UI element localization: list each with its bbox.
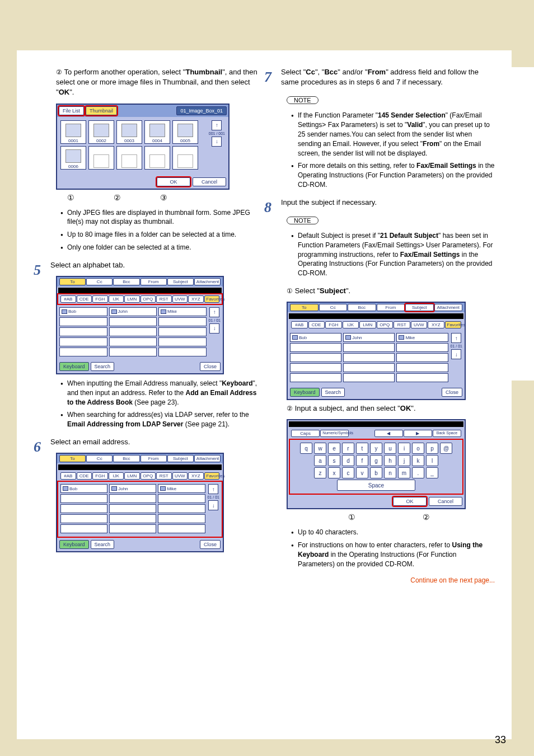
attachment-tab[interactable]: Attachment [194, 278, 221, 285]
bullets-thumbnail: Only JPEG files are displayed in thumbna… [60, 208, 264, 252]
screenshot-subject-tab: To Cc Bcc From Subject Attachment #AB CD… [287, 302, 466, 400]
screenshot-keyboard: Caps Numeric/Symbols ◀ ▶ Back Space qwer… [287, 419, 466, 509]
thumb-0002[interactable]: 0002 [88, 120, 114, 144]
step-8: 8 Input the subject if necessary. [281, 198, 495, 208]
header-bar [0, 0, 534, 50]
to-tab[interactable]: To [59, 278, 86, 285]
from-tab[interactable]: From [140, 278, 167, 285]
left-arrow-icon[interactable]: ◀ [374, 430, 403, 437]
backspace-button[interactable]: Back Space [433, 430, 461, 437]
substep-subject-1: ① Select "Subject". [287, 286, 495, 296]
thumb-0005[interactable]: 0005 [172, 120, 198, 144]
keyboard-button[interactable]: Keyboard [59, 362, 89, 371]
note-badge: NOTE [287, 217, 318, 224]
cc-tab[interactable]: Cc [86, 278, 113, 285]
step-6: 6 Select an email address. [50, 437, 264, 447]
subject-tab[interactable]: Subject [405, 304, 434, 311]
substep-2: ② To perform another operation, select "… [56, 67, 264, 98]
right-column: 7 Select "Cc", "Bcc" and/or "From" addre… [281, 67, 495, 728]
scroll-up-icon[interactable]: ↑ [212, 120, 222, 130]
search-button[interactable]: Search [91, 362, 115, 371]
left-column: ② To perform another operation, select "… [50, 67, 264, 728]
thumb-0001[interactable]: 0001 [60, 120, 86, 144]
page-number: 33 [495, 734, 506, 746]
file-list-button[interactable]: File List [59, 106, 84, 115]
bcc-tab[interactable]: Bcc [113, 278, 139, 285]
numeric-symbols-button[interactable]: Numeric/Symbols [320, 430, 349, 437]
substep-subject-2: ② Input a subject, and then select "OK". [287, 403, 495, 414]
step-7: 7 Select "Cc", "Bcc" and/or "From" addre… [281, 67, 495, 87]
side-tab: Chapter 2 Scan/Email Operations [512, 67, 534, 381]
caps-button[interactable]: Caps [291, 430, 320, 437]
mail-icon [161, 309, 166, 314]
note-7-bullets: If the Function Parameter "145 Sender Se… [291, 111, 495, 189]
scroll-down-icon[interactable]: ↓ [209, 323, 219, 334]
cancel-button[interactable]: Cancel [429, 497, 462, 506]
screenshot-thumbnail: File List Thumbnail 01_Image_Box_01 0001… [56, 104, 229, 190]
thumb-0006[interactable]: 0006 [60, 146, 86, 170]
page-content: ② To perform another operation, select "… [17, 50, 512, 739]
note-8-bullets: Default Subject is preset if "21 Default… [291, 231, 495, 278]
scroll-down-icon[interactable]: ↓ [212, 137, 222, 147]
ok-button[interactable]: OK [393, 497, 427, 506]
screenshot-alpha-tabs: To Cc Bcc From Subject Attachment #AB CD… [56, 276, 224, 374]
ok-button[interactable]: OK [157, 177, 190, 186]
note-badge: NOTE [287, 96, 318, 104]
close-button[interactable]: Close [200, 362, 221, 371]
right-arrow-icon[interactable]: ▶ [404, 430, 432, 437]
mail-icon [62, 309, 67, 314]
subject-tab[interactable]: Subject [167, 278, 194, 285]
bullets-keyboard-info: Up to 40 characters. For instructions on… [291, 528, 495, 569]
continue-text: Continue on the next page... [281, 576, 495, 584]
screenshot-select-address: To Cc Bcc From Subject Attachment #AB CD… [56, 453, 224, 552]
step-5: 5 Select an alphabet tab. [50, 260, 264, 270]
scroll-up-icon[interactable]: ↑ [209, 307, 219, 317]
cancel-button[interactable]: Cancel [193, 177, 226, 186]
thumb-0004[interactable]: 0004 [144, 120, 170, 144]
folder-label: 01_Image_Box_01 [176, 106, 227, 115]
thumb-0003[interactable]: 0003 [116, 120, 142, 144]
thumbnail-button[interactable]: Thumbnail [86, 106, 117, 115]
space-key[interactable]: Space [337, 480, 415, 491]
callout-row-1: ① ② ③ [67, 193, 264, 203]
mail-icon [111, 309, 117, 314]
callout-row-2: ① ② [348, 513, 495, 522]
bullets-keyboard-ldap: When inputting the Email Address manuall… [60, 379, 264, 429]
